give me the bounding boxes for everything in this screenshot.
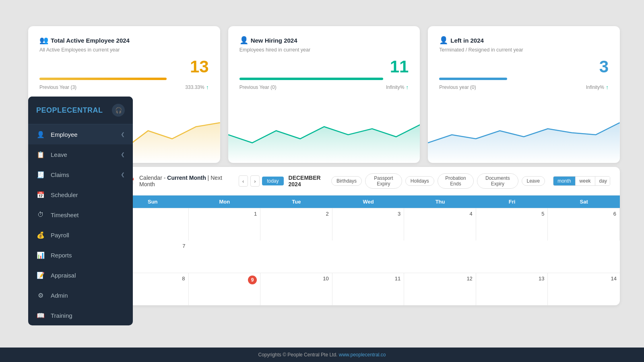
filter-probation-ends[interactable]: Probation Ends <box>438 173 474 189</box>
header-mon: Mon <box>189 195 261 208</box>
cal-cell-1[interactable]: 1 <box>189 208 261 241</box>
arrow-up-icon-3: ↑ <box>606 84 609 90</box>
filter-documents-expiry[interactable]: Documents Expiry <box>477 173 518 189</box>
stat-prev-year-1: Previous Year (3) <box>39 84 76 90</box>
cal-cell-14[interactable]: 14 <box>548 273 620 305</box>
sidebar-label-claims: Claims <box>51 171 121 178</box>
sidebar-item-scheduler[interactable]: 📅 Scheduler <box>28 185 133 205</box>
stat-subtitle-1: All Active Employees in current year <box>39 47 209 53</box>
footer-text: Copyrights © People Central Pte Ltd. <box>258 352 337 358</box>
date-badge-9: 9 <box>248 276 257 284</box>
calendar-filters: Birthdays Passport Expiry Holidays Proba… <box>331 173 610 189</box>
calendar-nav: ‹ › today DECEMBER 2024 <box>239 175 326 187</box>
stat-value-row-2: 11 <box>239 58 409 75</box>
calendar-header: 📅 Calendar - Current Month | Next Month … <box>117 167 620 195</box>
view-buttons: month week day list <box>553 176 610 186</box>
header-fri: Fri <box>476 195 548 208</box>
stat-footer-2: Previous Year (0) Infinity% ↑ <box>239 84 409 90</box>
calendar-week-1: 1 2 3 4 5 6 7 <box>117 208 620 273</box>
stat-card-header: 👥 Total Active Employee 2024 <box>39 36 209 45</box>
prev-month-button[interactable]: ‹ <box>239 175 248 187</box>
new-hire-icon: 👤 <box>239 36 248 45</box>
view-week[interactable]: week <box>576 177 595 185</box>
stat-value-2: 11 <box>390 58 409 75</box>
cal-cell-9[interactable]: 9 <box>189 273 261 305</box>
sidebar-label-leave: Leave <box>51 151 121 158</box>
stat-progress-2 <box>239 78 384 80</box>
sidebar-label-reports: Reports <box>51 252 125 259</box>
stat-value-1: 13 <box>190 58 209 75</box>
cal-cell-4[interactable]: 4 <box>404 208 476 241</box>
stat-chart-2 <box>228 111 420 163</box>
sidebar-label-employee: Employee <box>51 131 121 138</box>
sidebar-item-claims[interactable]: 🧾 Claims ❮ <box>28 165 133 185</box>
chevron-icon-employee: ❮ <box>121 132 125 137</box>
stat-change-3: Infinity% ↑ <box>586 84 609 90</box>
arrow-up-icon-1: ↑ <box>206 84 209 90</box>
stat-chart-3 <box>428 111 620 163</box>
calendar-title: Calendar - Current Month | Next Month <box>139 175 227 187</box>
view-day[interactable]: day <box>595 177 610 185</box>
filter-birthdays[interactable]: Birthdays <box>331 176 362 186</box>
employees-icon: 👥 <box>39 36 48 45</box>
cal-cell-2[interactable]: 2 <box>260 208 332 241</box>
leave-icon: 📋 <box>36 150 45 159</box>
stat-footer-3: Previous year (0) Infinity% ↑ <box>439 84 609 90</box>
sidebar-item-training[interactable]: 📖 Training <box>28 305 133 325</box>
logo-icon: 🎧 <box>112 104 125 117</box>
stat-progress-3 <box>439 78 507 80</box>
stat-title-2: New Hiring 2024 <box>251 37 297 44</box>
cal-cell-6[interactable]: 6 <box>548 208 620 241</box>
stat-card-new-hiring: 👤 New Hiring 2024 Employees hired in cur… <box>228 26 420 163</box>
stat-card-header-2: 👤 New Hiring 2024 <box>239 36 409 45</box>
sidebar-label-timesheet: Timesheet <box>51 212 125 218</box>
scheduler-icon: 📅 <box>36 190 45 199</box>
stat-title-3: Left in 2024 <box>450 37 484 44</box>
training-icon: 📖 <box>36 311 45 320</box>
sidebar-item-appraisal[interactable]: 📝 Appraisal <box>28 265 133 285</box>
sidebar-item-leave[interactable]: 📋 Leave ❮ <box>28 144 133 165</box>
sidebar-label-payroll: Payroll <box>51 232 125 239</box>
sidebar-item-payroll[interactable]: 💰 Payroll <box>28 225 133 245</box>
stat-card-left-in: 👤 Left in 2024 Terminated / Resigned in … <box>428 26 620 163</box>
month-year-label: DECEMBER 2024 <box>289 175 326 187</box>
cal-cell-11[interactable]: 11 <box>332 273 405 305</box>
view-month[interactable]: month <box>553 177 575 185</box>
cal-cell-3[interactable]: 3 <box>332 208 405 241</box>
page-footer: Copyrights © People Central Pte Ltd. www… <box>0 348 644 362</box>
sidebar-label-scheduler: Scheduler <box>51 191 125 198</box>
sidebar-label-appraisal: Appraisal <box>51 272 125 279</box>
cal-cell-5[interactable]: 5 <box>476 208 548 241</box>
filter-passport-expiry[interactable]: Passport Expiry <box>365 173 402 189</box>
stat-subtitle-2: Employees hired in current year <box>239 47 409 53</box>
chevron-icon-claims: ❮ <box>121 172 125 177</box>
page-wrapper: 👥 Total Active Employee 2024 All Active … <box>0 0 644 362</box>
stat-value-row-3: 3 <box>439 58 609 75</box>
left-icon: 👤 <box>439 36 448 45</box>
header-tue: Tue <box>260 195 332 208</box>
sidebar-item-employee[interactable]: 👤 Employee ❮ <box>28 124 133 144</box>
stat-prev-year-3: Previous year (0) <box>439 84 476 90</box>
footer-link[interactable]: www.peoplecentral.co <box>339 352 386 358</box>
cal-cell-12[interactable]: 12 <box>404 273 476 305</box>
appraisal-icon: 📝 <box>36 271 45 280</box>
svg-marker-2 <box>428 123 620 163</box>
arrow-up-icon-2: ↑ <box>406 84 409 90</box>
admin-icon: ⚙ <box>36 291 45 300</box>
next-month-button[interactable]: › <box>250 175 260 187</box>
filter-leave[interactable]: Leave <box>522 176 545 186</box>
sidebar-item-reports[interactable]: 📊 Reports <box>28 245 133 265</box>
sidebar-item-timesheet[interactable]: ⏱ Timesheet <box>28 205 133 225</box>
stat-footer-1: Previous Year (3) 333.33% ↑ <box>39 84 209 90</box>
timesheet-icon: ⏱ <box>36 210 45 219</box>
cal-cell-10[interactable]: 10 <box>260 273 332 305</box>
employee-icon: 👤 <box>36 130 45 139</box>
today-button[interactable]: today <box>262 177 283 185</box>
filter-holidays[interactable]: Holidays <box>405 176 434 186</box>
sidebar-item-admin[interactable]: ⚙ Admin <box>28 285 133 305</box>
logo-text: PEOPLECENTRAL <box>36 106 103 115</box>
calendar-day-headers: Sun Mon Tue Wed Thu Fri Sat <box>117 195 620 208</box>
stat-card-header-3: 👤 Left in 2024 <box>439 36 609 45</box>
chevron-icon-leave: ❮ <box>121 152 125 157</box>
cal-cell-13[interactable]: 13 <box>476 273 548 305</box>
